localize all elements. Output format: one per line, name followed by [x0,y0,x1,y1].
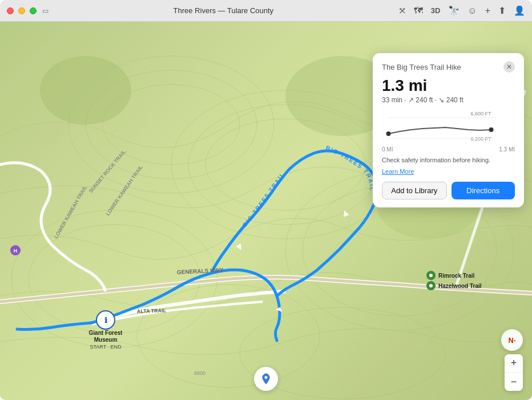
elevation-chart: 6,600 FT 6,200 FT [382,110,515,144]
recenter-button[interactable] [254,367,278,391]
directions-toolbar-icon[interactable]: ⤧ [398,5,406,16]
3d-label[interactable]: 3D [431,6,441,15]
add-icon[interactable]: + [485,6,490,16]
card-distance: 1.3 mi [382,77,515,95]
map-container[interactable]: BIG TREES TRAIL BIG TREES TRAIL GENERALS… [0,22,532,400]
directions-button[interactable]: Directions [452,182,515,199]
svg-text:6600: 6600 [194,370,205,376]
card-meta: 33 min · ↗ 240 ft · ↘ 240 ft [382,96,515,104]
svg-text:LOWER KAWEAH TRAIL: LOWER KAWEAH TRAIL [53,185,88,239]
card-title: The Big Trees Trail Hike [382,63,461,71]
elev-high-label: 6,600 FT [470,111,491,117]
zoom-in-button[interactable]: + [505,354,523,373]
svg-text:Giant Forest: Giant Forest [89,330,123,336]
titlebar: ▭ Three Rivers — Tulare County ⤧ 🗺 3D 🔭 … [0,0,532,22]
elev-low-label: 6,200 FT [470,136,491,142]
svg-text:Hazelwood Trail: Hazelwood Trail [438,283,482,289]
info-card: The Big Trees Trail Hike ✕ 1.3 mi 33 min… [373,53,524,207]
svg-point-12 [40,56,131,125]
zoom-controls: + − [505,354,523,391]
svg-text:Rimrock Trail: Rimrock Trail [438,273,475,279]
add-to-library-button[interactable]: Add to Library [382,182,447,199]
svg-marker-15 [236,243,244,251]
safety-text: Check safety information before hiking. [382,156,515,165]
toolbar-right: ⤧ 🗺 3D 🔭 ☺ + ⬆ 👤 [398,5,525,16]
account-icon[interactable]: 👤 [514,5,525,16]
traffic-lights [7,7,37,14]
card-header: The Big Trees Trail Hike ✕ [382,61,515,73]
svg-text:ALTA TRAIL: ALTA TRAIL [137,307,167,314]
card-close-button[interactable]: ✕ [503,61,515,73]
dist-start: 0 MI [382,146,393,153]
smiley-icon[interactable]: ☺ [467,6,477,16]
window-title: Three Rivers — Tulare County [49,6,398,15]
close-button[interactable] [7,7,14,14]
svg-point-32 [429,274,433,277]
app-window: ▭ Three Rivers — Tulare County ⤧ 🗺 3D 🔭 … [0,0,532,400]
zoom-out-button[interactable]: − [505,373,523,391]
card-actions: Add to Library Directions [382,182,515,199]
svg-point-41 [489,127,494,132]
maximize-button[interactable] [30,7,37,14]
svg-point-40 [386,131,391,136]
binoculars-icon[interactable]: 🔭 [448,5,460,16]
svg-text:START · END: START · END [90,344,122,350]
svg-text:SUNSET ROCK TRAIL: SUNSET ROCK TRAIL [88,149,127,194]
dist-end: 1.3 MI [499,146,515,153]
minimize-button[interactable] [18,7,25,14]
window-type-icon: ▭ [42,7,49,15]
compass-button[interactable]: N· [501,329,523,351]
svg-point-10 [137,285,320,387]
learn-more-link[interactable]: Learn More [382,168,414,175]
recenter-icon [260,373,272,385]
svg-text:H: H [14,248,18,254]
compass-label: N· [509,336,516,345]
elevation-x-labels: 0 MI 1.3 MI [382,146,515,153]
map-controls: N· + − [501,329,523,391]
map-toolbar-icon[interactable]: 🗺 [414,6,423,16]
share-icon[interactable]: ⬆ [498,5,506,16]
svg-text:Museum: Museum [94,337,118,343]
svg-point-44 [265,376,268,379]
svg-point-35 [429,284,433,287]
